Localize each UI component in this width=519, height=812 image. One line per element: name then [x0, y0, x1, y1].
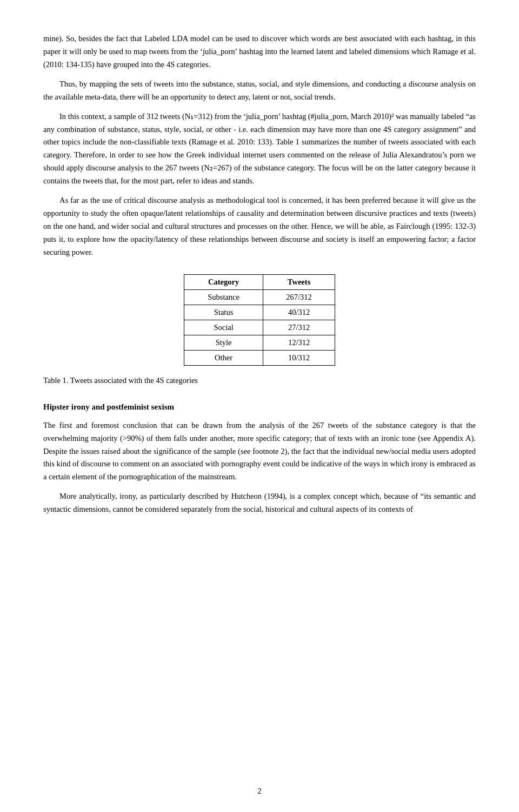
- page-number: 2: [43, 787, 476, 796]
- table-cell-tweets: 10/312: [263, 350, 335, 365]
- data-table-container: Category Tweets Substance267/312Status40…: [43, 274, 476, 366]
- paragraph-1: mine). So, besides the fact that Labeled…: [43, 32, 476, 71]
- paragraph-3: In this context, a sample of 312 tweets …: [43, 110, 476, 188]
- table-cell-tweets: 40/312: [263, 305, 335, 320]
- table-header-row: Category Tweets: [184, 274, 335, 289]
- table-cell-tweets: 27/312: [263, 320, 335, 335]
- table-row: Status40/312: [184, 305, 335, 320]
- table-header-tweets: Tweets: [263, 274, 335, 289]
- table-cell-category: Other: [184, 350, 263, 365]
- table-row: Substance267/312: [184, 289, 335, 305]
- paragraph-2: Thus, by mapping the sets of tweets into…: [43, 78, 476, 104]
- table-caption: Table 1. Tweets associated with the 4S c…: [43, 374, 476, 387]
- paragraph-4: As far as the use of critical discourse …: [43, 194, 476, 259]
- paragraph-5: The first and foremost conclusion that c…: [43, 419, 476, 484]
- table-cell-category: Status: [184, 305, 263, 320]
- table-cell-tweets: 267/312: [263, 289, 335, 305]
- table-cell-category: Substance: [184, 289, 263, 305]
- paragraph-6: More analytically, irony, as particularl…: [43, 490, 476, 516]
- table-row: Other10/312: [184, 350, 335, 365]
- table-header-category: Category: [184, 274, 263, 289]
- table-cell-category: Style: [184, 335, 263, 350]
- category-table: Category Tweets Substance267/312Status40…: [184, 274, 335, 366]
- table-row: Social27/312: [184, 320, 335, 335]
- page: mine). So, besides the fact that Labeled…: [0, 0, 519, 812]
- table-cell-tweets: 12/312: [263, 335, 335, 350]
- table-row: Style12/312: [184, 335, 335, 350]
- table-cell-category: Social: [184, 320, 263, 335]
- section-heading: Hipster irony and postfeminist sexism: [43, 402, 476, 412]
